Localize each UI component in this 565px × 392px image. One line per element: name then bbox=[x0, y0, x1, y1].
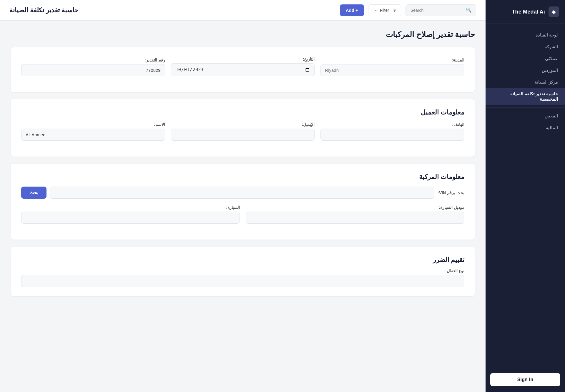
customer-name-label: الاسم: bbox=[21, 122, 165, 127]
vin-label: بحث برقم VIN: bbox=[438, 190, 464, 195]
chevron-down-icon bbox=[374, 8, 378, 12]
vehicle-info-card: معلومات المركبة بحث بحث برقم VIN: السيار… bbox=[11, 164, 475, 240]
city-label: المدينة: bbox=[320, 58, 464, 62]
sidebar-item-inspection[interactable]: الفحص bbox=[486, 110, 565, 122]
sidebar-logo: ◆ The Medal Ai bbox=[486, 0, 565, 24]
customer-name-group: الاسم: bbox=[21, 122, 165, 141]
vin-input[interactable] bbox=[50, 187, 434, 199]
estimate-row: رقم التقدير: التاريخ: المدينة: bbox=[21, 57, 464, 76]
damage-section-title: تقييم الضرر bbox=[21, 256, 464, 264]
logo-icon: ◆ bbox=[549, 6, 559, 17]
estimate-number-group: رقم التقدير: bbox=[21, 58, 165, 76]
sidebar-item-clients[interactable]: عملائي bbox=[486, 53, 565, 64]
search-box: 🔍 bbox=[406, 4, 476, 16]
filter-icon bbox=[392, 8, 397, 13]
search-icon: 🔍 bbox=[466, 7, 472, 13]
top-info-card: رقم التقدير: التاريخ: المدينة: bbox=[11, 47, 475, 92]
sidebar-item-custom-maintenance[interactable]: حاسبة تقدير تكلفة الصيانة المخصصة bbox=[486, 88, 565, 105]
sidebar-item-company[interactable]: الشركة bbox=[486, 41, 565, 53]
city-input[interactable] bbox=[320, 64, 464, 76]
vehicle-label: السيارة: bbox=[21, 205, 240, 210]
vehicle-group: السيارة: bbox=[21, 205, 240, 224]
app-name: The Medal Ai bbox=[512, 9, 545, 15]
vehicle-input[interactable] bbox=[21, 212, 240, 224]
model-input[interactable] bbox=[246, 212, 464, 224]
customer-row: الاسم: الإيميل: الهاتف: bbox=[21, 122, 464, 141]
customer-email-group: الإيميل: bbox=[171, 122, 315, 141]
model-group: موديل السيارة: bbox=[246, 205, 464, 224]
sidebar-item-suppliers[interactable]: الموردين bbox=[486, 64, 565, 76]
content-area: حاسبة تقدير إصلاح المركبات رقم التقدير: … bbox=[0, 21, 486, 321]
sidebar: ◆ The Medal Ai لوحة القيادة الشركة عملائ… bbox=[486, 0, 565, 392]
sidebar-divider bbox=[486, 107, 565, 108]
customer-email-input[interactable] bbox=[171, 129, 315, 141]
model-label: موديل السيارة: bbox=[246, 205, 464, 210]
fault-type-input[interactable] bbox=[21, 275, 464, 287]
filter-button[interactable]: Filter bbox=[368, 4, 401, 16]
date-group: التاريخ: bbox=[171, 57, 315, 76]
customer-phone-label: الهاتف: bbox=[320, 122, 464, 127]
customer-name-input[interactable] bbox=[21, 129, 165, 141]
customer-phone-group: الهاتف: bbox=[320, 122, 464, 141]
date-input[interactable] bbox=[171, 63, 315, 76]
filter-label: Filter bbox=[380, 8, 389, 13]
customer-phone-input[interactable] bbox=[320, 129, 464, 141]
vehicle-model-row: السيارة: موديل السيارة: bbox=[21, 205, 464, 224]
date-label: التاريخ: bbox=[171, 57, 315, 62]
main-form-title: حاسبة تقدير إصلاح المركبات bbox=[11, 30, 475, 39]
sidebar-footer: Sign In bbox=[486, 368, 565, 392]
sidebar-nav: لوحة القيادة الشركة عملائي الموردين مركز… bbox=[486, 24, 565, 368]
topbar: حاسبة تقدير تكلفة الصيانة + Add Filter 🔍 bbox=[0, 0, 486, 21]
sidebar-item-maintenance-center[interactable]: مركز الصيانة bbox=[486, 76, 565, 88]
vin-search-row: بحث بحث برقم VIN: bbox=[21, 187, 464, 199]
customer-section-title: معلومات العميل bbox=[21, 109, 464, 116]
page-title: حاسبة تقدير تكلفة الصيانة bbox=[9, 6, 79, 14]
topbar-actions: + Add Filter 🔍 bbox=[340, 4, 476, 16]
search-input[interactable] bbox=[411, 8, 463, 13]
add-button[interactable]: + Add bbox=[340, 4, 364, 16]
fault-type-label: نوع العطل: bbox=[21, 268, 464, 273]
main-content: حاسبة تقدير تكلفة الصيانة + Add Filter 🔍… bbox=[0, 0, 486, 392]
city-group: المدينة: bbox=[320, 58, 464, 76]
vehicle-section-title: معلومات المركبة bbox=[21, 173, 464, 181]
estimate-number-label: رقم التقدير: bbox=[21, 58, 165, 62]
damage-card: تقييم الضرر نوع العطل: bbox=[11, 247, 475, 296]
customer-email-label: الإيميل: bbox=[171, 122, 315, 127]
estimate-number-input[interactable] bbox=[21, 64, 165, 76]
customer-info-card: معلومات العميل الاسم: الإيميل: الهاتف: bbox=[11, 99, 475, 157]
sidebar-item-dashboard[interactable]: لوحة القيادة bbox=[486, 29, 565, 41]
vin-search-button[interactable]: بحث bbox=[21, 187, 46, 199]
sign-in-button[interactable]: Sign In bbox=[490, 373, 560, 386]
sidebar-item-finance[interactable]: المالية bbox=[486, 122, 565, 134]
